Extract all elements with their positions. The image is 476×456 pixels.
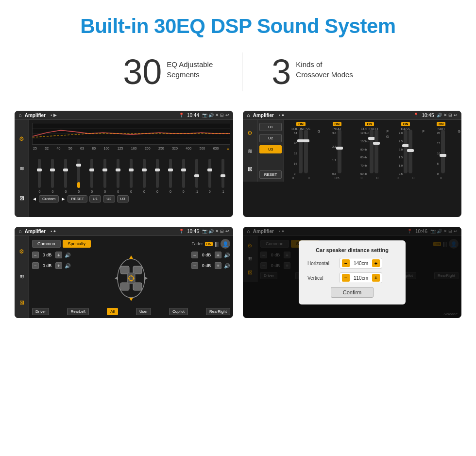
eq-slider-6[interactable]: 0 [112, 159, 125, 193]
stats-row: 30 EQ AdjustableSegments 3 Kinds ofCross… [0, 43, 476, 106]
amp-minus-2[interactable]: − [191, 252, 198, 258]
amp-plus-2[interactable]: + [215, 252, 221, 258]
crossover-sidebar-icon1[interactable]: ⚙ [247, 130, 253, 136]
eq-reset-btn[interactable]: RESET [68, 195, 87, 203]
eq-next-btn[interactable]: ► [61, 196, 66, 202]
amp-sidebar-icon2[interactable]: ≋ [19, 273, 24, 280]
preset-u3-btn[interactable]: U3 [259, 145, 282, 153]
eq-slider-13[interactable]: 0 [203, 159, 216, 193]
ch-loudness-sliders: 644832160 [294, 132, 308, 175]
car-diagram-area [74, 252, 188, 305]
ch-f2: F [422, 122, 424, 180]
ch-phat-sliders: 3.02.11.30.5 [332, 132, 341, 175]
amp-db-val-3: 0 dB [200, 263, 213, 268]
amp-title: Amplifier [25, 229, 46, 234]
ch-phat-slider[interactable] [338, 130, 341, 173]
amp-all-btn[interactable]: All [107, 308, 118, 315]
ch-cutfreq-slider2[interactable] [374, 130, 378, 173]
ch-loudness-slider[interactable] [299, 130, 303, 173]
eq-sidebar-icon3[interactable]: ⊠ [19, 195, 24, 202]
ch-cutfreq-sliders: 120Hz100Hz90Hz80Hz70Hz60Hz [360, 132, 378, 175]
eq-prev-btn[interactable]: ◄ [32, 196, 37, 202]
dialog-horizontal-minus[interactable]: − [342, 259, 350, 267]
amp-sidebar-icon3[interactable]: ⊠ [19, 299, 24, 306]
eq-u3-btn[interactable]: U3 [117, 195, 129, 203]
crossover-screen: ⌂ Amplifier ▪ ● 📍 10:45 🔊 ✕ ⊟ ↩ ⚙ ≋ ⊠ U1… [243, 111, 461, 217]
amp-minus-1[interactable]: − [32, 262, 39, 269]
crossover-title: Amplifier [253, 113, 274, 118]
eq-slider-10[interactable]: 0 [164, 159, 177, 193]
eq-slider-5[interactable]: 0 [99, 159, 112, 193]
amp-plus-1[interactable]: + [55, 262, 62, 269]
home-icon-2[interactable]: ⌂ [247, 112, 250, 118]
home-icon-3[interactable]: ⌂ [18, 228, 22, 234]
eq-slider-2[interactable]: 0 [59, 159, 72, 193]
home-icon[interactable]: ⌂ [18, 112, 22, 118]
ch-sub-on[interactable]: ON [437, 122, 446, 126]
amp-plus-0[interactable]: + [55, 252, 62, 258]
amp-specialty-tab[interactable]: Specialty [63, 240, 91, 248]
person-icon[interactable]: 👤 [221, 239, 230, 249]
amp-db-row-3: − 0 dB + 🔊 [191, 262, 230, 269]
ch-sub-slider[interactable] [441, 130, 445, 173]
amp-rearright-btn[interactable]: RearRight [206, 308, 230, 315]
amp-tabs-row: Common Specialty Fader ON ||| 👤 [32, 239, 230, 249]
eq-sidebar-icon2[interactable]: ≋ [19, 165, 24, 172]
eq-slider-11[interactable]: 0 [177, 159, 190, 193]
preset-u1-btn[interactable]: U1 [259, 123, 282, 131]
ch-bass-slider2[interactable] [408, 130, 412, 173]
eq-u1-btn[interactable]: U1 [89, 195, 101, 203]
dialog-confirm-button[interactable]: Confirm [331, 287, 374, 298]
crossover-sidebar-icon2[interactable]: ≋ [248, 148, 253, 154]
dialog-horizontal-plus[interactable]: + [372, 259, 380, 267]
ch-cutfreq-slider1[interactable] [370, 130, 374, 173]
amp-minus-0[interactable]: − [32, 252, 39, 258]
amp-minus-3[interactable]: − [191, 262, 198, 269]
svg-marker-15 [129, 298, 133, 301]
crossover-left-sidebar: ⚙ ≋ ⊠ [243, 120, 257, 182]
speaker-icon-2: 🔊 [224, 253, 230, 258]
eq-slider-12[interactable]: -1 [190, 159, 203, 193]
amp-plus-3[interactable]: + [215, 262, 221, 269]
eq-title: Amplifier [25, 113, 46, 118]
eq-slider-8[interactable]: 0 [138, 159, 151, 193]
amp-common-tab[interactable]: Common [32, 240, 61, 248]
ch-sub-sliders: 20151050 [437, 132, 445, 175]
ch-loudness-slider2[interactable] [304, 130, 308, 173]
eq-slider-0[interactable]: 0 [33, 159, 46, 193]
ch-cutfreq-on[interactable]: ON [365, 122, 374, 126]
amp-user-btn[interactable]: User [136, 308, 151, 315]
crossover-time: 10:45 [422, 113, 434, 118]
crossover-reset-btn[interactable]: RESET [259, 170, 282, 179]
crossover-body: ⚙ ≋ ⊠ U1 U2 U3 RESET ON LOUDNESS [243, 120, 461, 182]
crossover-sidebar-icon3[interactable]: ⊠ [248, 166, 253, 172]
eq-slider-4[interactable]: 0 [85, 159, 99, 193]
amp-rearleft-btn[interactable]: RearLeft [67, 308, 89, 315]
ch-phat-on[interactable]: ON [333, 122, 342, 126]
amp-topbar-icons-left: ▪ ● [51, 229, 56, 234]
ch-phat: ON PHAT 3.02.11.30.5 0.5 [321, 122, 353, 180]
ch-bass-on[interactable]: ON [401, 122, 410, 126]
dialog-vertical-value: 110cm [351, 275, 371, 281]
speaker-icon-3: 🔊 [224, 263, 230, 269]
svg-marker-17 [144, 276, 148, 280]
eq-slider-14[interactable]: -1 [216, 159, 229, 193]
ch-loudness-on[interactable]: ON [296, 122, 306, 126]
dialog-overlay: Car speaker distance setting Horizontal … [243, 227, 461, 318]
eq-slider-9[interactable]: 0 [151, 159, 164, 193]
amp-sidebar-icon1[interactable]: ⚙ [19, 248, 24, 255]
eq-slider-7[interactable]: 0 [125, 159, 138, 193]
crossover-topbar: ⌂ Amplifier ▪ ● 📍 10:45 🔊 ✕ ⊟ ↩ [243, 111, 461, 120]
eq-u2-btn[interactable]: U2 [103, 195, 115, 203]
eq-sliders: 0 0 0 5 0 [32, 154, 230, 193]
eq-sidebar-icon1[interactable]: ⚙ [19, 135, 24, 142]
eq-slider-1[interactable]: 0 [46, 159, 59, 193]
eq-custom-btn[interactable]: Custom [39, 195, 59, 203]
preset-u2-btn[interactable]: U2 [259, 134, 282, 142]
amp-driver-btn[interactable]: Driver [32, 308, 49, 315]
dialog-vertical-minus[interactable]: − [342, 274, 350, 282]
amp-copilot-btn[interactable]: Copilot [169, 308, 188, 315]
eq-body: ⚙ ≋ ⊠ [15, 120, 233, 217]
dialog-vertical-plus[interactable]: + [372, 274, 380, 282]
eq-slider-3[interactable]: 5 [72, 159, 85, 193]
